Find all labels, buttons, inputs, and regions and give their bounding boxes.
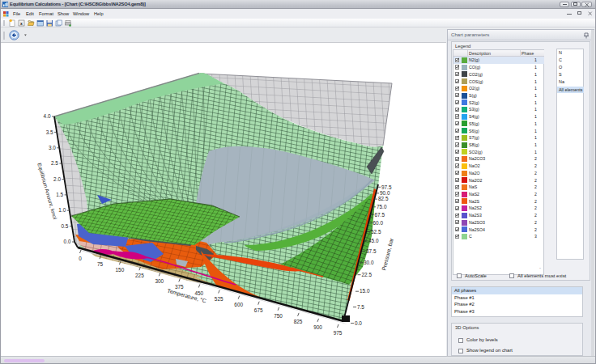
svg-text:Equilibrium Amount, kmol: Equilibrium Amount, kmol xyxy=(36,163,58,221)
svg-text:0.5: 0.5 xyxy=(62,223,69,229)
svg-text:Pressure, bar: Pressure, bar xyxy=(381,237,394,271)
svg-text:82.5: 82.5 xyxy=(378,196,389,201)
svg-text:3.0: 3.0 xyxy=(49,145,56,150)
svg-text:0.0: 0.0 xyxy=(64,239,71,244)
svg-text:37.5: 37.5 xyxy=(366,248,377,254)
svg-text:90.0: 90.0 xyxy=(380,190,390,196)
svg-text:30.0: 30.0 xyxy=(364,260,374,265)
svg-text:525: 525 xyxy=(215,296,224,302)
svg-text:1.5: 1.5 xyxy=(56,192,63,197)
svg-text:4.0: 4.0 xyxy=(44,113,51,119)
svg-text:67.5: 67.5 xyxy=(375,212,385,218)
svg-text:750: 750 xyxy=(274,313,283,319)
svg-text:75: 75 xyxy=(97,261,104,267)
svg-text:900: 900 xyxy=(313,324,322,330)
svg-text:45.0: 45.0 xyxy=(368,238,379,243)
svg-text:60.0: 60.0 xyxy=(373,220,384,226)
svg-text:0.0: 0.0 xyxy=(355,320,362,326)
svg-text:300: 300 xyxy=(155,278,164,284)
svg-text:75.0: 75.0 xyxy=(377,204,387,210)
svg-text:52.5: 52.5 xyxy=(371,229,381,235)
svg-text:22.5: 22.5 xyxy=(362,272,372,277)
svg-text:7.5: 7.5 xyxy=(357,304,364,310)
svg-text:2.0: 2.0 xyxy=(53,176,61,182)
svg-text:675: 675 xyxy=(254,307,263,313)
svg-text:600: 600 xyxy=(234,302,243,307)
svg-text:15.0: 15.0 xyxy=(360,288,370,294)
svg-text:825: 825 xyxy=(294,319,303,324)
svg-text:225: 225 xyxy=(135,273,144,278)
svg-text:150: 150 xyxy=(116,267,125,273)
svg-text:1.0: 1.0 xyxy=(58,207,66,213)
svg-text:3.5: 3.5 xyxy=(46,129,53,135)
svg-text:975: 975 xyxy=(334,330,343,336)
svg-text:0: 0 xyxy=(79,256,82,261)
svg-text:2.5: 2.5 xyxy=(51,160,58,166)
svg-text:97.5: 97.5 xyxy=(381,184,392,190)
